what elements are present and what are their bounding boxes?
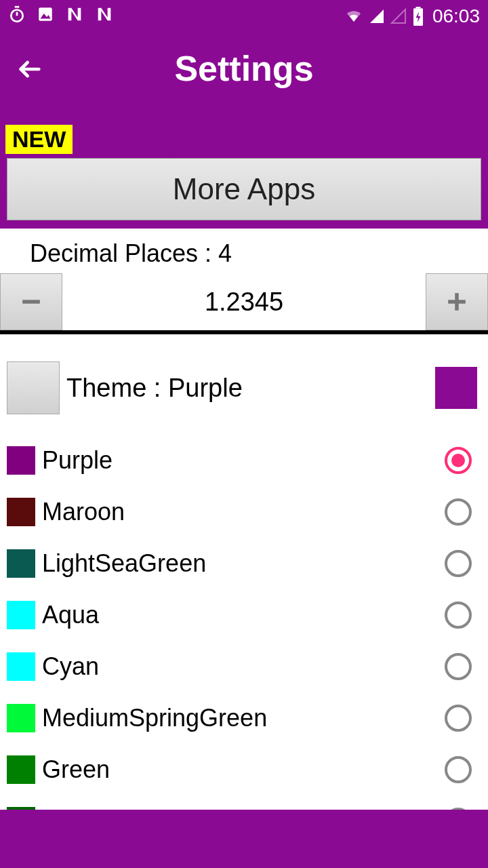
decimal-places-section: Decimal Places : 4 1.2345	[0, 229, 488, 330]
color-swatch-icon	[7, 755, 35, 784]
svg-marker-5	[26, 383, 40, 393]
decimal-places-label: Decimal Places : 4	[0, 239, 488, 268]
n-icon-2	[95, 5, 114, 28]
new-badge: NEW	[5, 125, 73, 154]
stopwatch-icon	[8, 5, 26, 28]
color-swatch-icon	[7, 549, 35, 578]
theme-option-label: LightSeaGreen	[42, 549, 445, 578]
color-swatch-icon	[7, 446, 35, 475]
decimal-example-value: 1.2345	[62, 288, 426, 317]
page-title: Settings	[174, 48, 313, 89]
battery-charging-icon	[412, 7, 424, 26]
theme-option-label: Cyan	[42, 652, 445, 681]
theme-label: Theme : Purple	[66, 374, 428, 403]
color-swatch-icon	[7, 704, 35, 732]
decimal-plus-button[interactable]	[426, 273, 488, 330]
theme-current-swatch	[435, 367, 477, 409]
theme-option-label: Maroon	[42, 498, 445, 526]
decimal-minus-button[interactable]	[0, 273, 62, 330]
signal-icon	[369, 8, 385, 24]
promo-area: NEW More Apps	[0, 104, 488, 229]
back-button[interactable]	[14, 53, 46, 85]
theme-option-label: MediumSpringGreen	[42, 704, 445, 732]
theme-option-radio[interactable]	[445, 653, 472, 680]
status-time: 06:03	[432, 5, 480, 27]
theme-option[interactable]: Green	[7, 744, 481, 795]
theme-option-radio[interactable]	[445, 756, 472, 783]
status-right-icons: 06:03	[344, 5, 480, 27]
svg-rect-4	[415, 7, 420, 8]
theme-header: Theme : Purple	[7, 361, 481, 414]
theme-option-label: Green	[42, 755, 445, 784]
app-bar: Settings	[0, 33, 488, 104]
n-icon	[65, 5, 84, 28]
theme-option[interactable]: Maroon	[7, 486, 481, 538]
color-swatch-icon	[7, 498, 35, 526]
theme-option[interactable]: Purple	[7, 435, 481, 486]
color-swatch-icon	[7, 601, 35, 629]
theme-option-label: Aqua	[42, 601, 445, 629]
theme-option[interactable]: MediumSpringGreen	[7, 692, 481, 744]
signal-icon-2	[390, 8, 407, 24]
bottom-bar	[0, 810, 488, 868]
theme-options-list[interactable]: PurpleMaroonLightSeaGreenAquaCyanMediumS…	[7, 435, 481, 847]
wifi-icon	[344, 8, 363, 24]
theme-option[interactable]: Cyan	[7, 641, 481, 692]
status-bar: 06:03	[0, 0, 488, 33]
theme-option-label: Purple	[42, 446, 445, 475]
theme-option-radio[interactable]	[445, 601, 472, 629]
theme-option[interactable]: LightSeaGreen	[7, 538, 481, 589]
status-left-icons	[8, 5, 114, 28]
theme-collapse-button[interactable]	[7, 361, 60, 414]
svg-point-0	[11, 9, 22, 21]
picture-icon	[37, 5, 54, 28]
color-swatch-icon	[7, 652, 35, 681]
theme-section: Theme : Purple PurpleMaroonLightSeaGreen…	[0, 334, 488, 854]
more-apps-button[interactable]: More Apps	[7, 158, 481, 220]
theme-option-radio[interactable]	[445, 447, 472, 474]
svg-rect-1	[39, 7, 52, 21]
theme-option-radio[interactable]	[445, 705, 472, 732]
theme-option-radio[interactable]	[445, 550, 472, 577]
theme-option-radio[interactable]	[445, 498, 472, 526]
theme-option[interactable]: Aqua	[7, 589, 481, 641]
